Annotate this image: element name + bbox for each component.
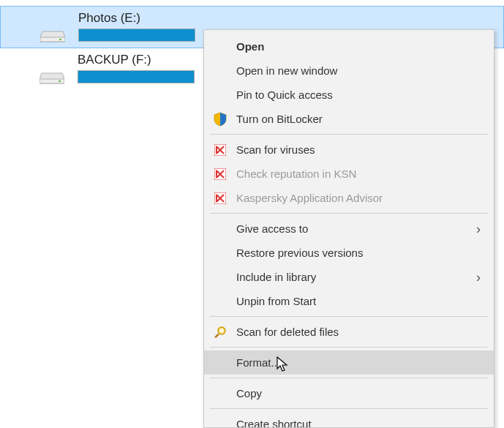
svg-rect-5 — [59, 80, 61, 82]
menu-label: Scan for viruses — [236, 143, 315, 156]
drive-icon — [40, 30, 65, 43]
menu-item-scan-viruses[interactable]: Scan for viruses — [204, 138, 494, 162]
menu-separator — [210, 316, 488, 317]
menu-label: Turn on BitLocker — [236, 113, 323, 125]
menu-label: Copy — [236, 387, 262, 399]
menu-label: Include in library — [236, 271, 316, 283]
chevron-right-icon: › — [476, 221, 481, 236]
menu-item-check-ksn: Check reputation in KSN — [204, 162, 494, 186]
magnify-icon — [213, 325, 227, 339]
context-menu: Open Open in new window Pin to Quick acc… — [203, 29, 494, 428]
menu-separator — [210, 134, 488, 135]
menu-label: Check reputation in KSN — [236, 168, 356, 180]
menu-label: Format... — [236, 356, 280, 369]
drive-label: Photos (E:) — [78, 11, 497, 26]
kaspersky-icon — [213, 167, 227, 181]
svg-rect-11 — [214, 333, 219, 338]
drive-icon — [40, 72, 64, 85]
menu-item-bitlocker[interactable]: Turn on BitLocker — [204, 107, 494, 131]
kaspersky-icon — [213, 143, 227, 157]
menu-item-scan-deleted[interactable]: Scan for deleted files — [204, 320, 494, 344]
menu-item-create-shortcut[interactable]: Create shortcut — [204, 412, 494, 428]
capacity-bar — [78, 29, 195, 42]
menu-label: Create shortcut — [236, 418, 312, 428]
menu-item-open-new-window[interactable]: Open in new window — [204, 59, 494, 83]
menu-label: Kaspersky Application Advisor — [236, 192, 383, 204]
menu-item-include-library[interactable]: Include in library › — [204, 265, 494, 289]
menu-item-open[interactable]: Open — [204, 34, 494, 59]
svg-point-10 — [219, 328, 224, 333]
menu-separator — [210, 408, 488, 409]
menu-label: Give access to — [236, 222, 308, 235]
menu-item-restore-versions[interactable]: Restore previous versions — [204, 241, 494, 265]
chevron-right-icon: › — [476, 269, 481, 285]
shield-icon — [213, 112, 227, 127]
menu-separator — [210, 213, 488, 214]
menu-item-format[interactable]: Format... — [204, 350, 494, 375]
menu-item-copy[interactable]: Copy — [204, 381, 494, 405]
menu-label: Open in new window — [236, 64, 337, 77]
menu-label: Pin to Quick access — [236, 89, 333, 101]
menu-label: Scan for deleted files — [236, 326, 339, 338]
kaspersky-icon — [213, 191, 227, 206]
capacity-bar — [78, 70, 195, 83]
menu-item-give-access-to[interactable]: Give access to › — [204, 217, 494, 241]
menu-label: Restore previous versions — [236, 247, 363, 259]
menu-label: Open — [236, 40, 264, 53]
menu-separator — [210, 347, 488, 348]
menu-item-unpin-start[interactable]: Unpin from Start — [204, 289, 494, 313]
menu-item-pin-quick-access[interactable]: Pin to Quick access — [204, 83, 494, 107]
menu-label: Unpin from Start — [236, 295, 316, 307]
svg-rect-2 — [59, 39, 61, 40]
menu-separator — [210, 378, 488, 378]
menu-item-kaspersky-advisor: Kaspersky Application Advisor — [204, 186, 494, 210]
